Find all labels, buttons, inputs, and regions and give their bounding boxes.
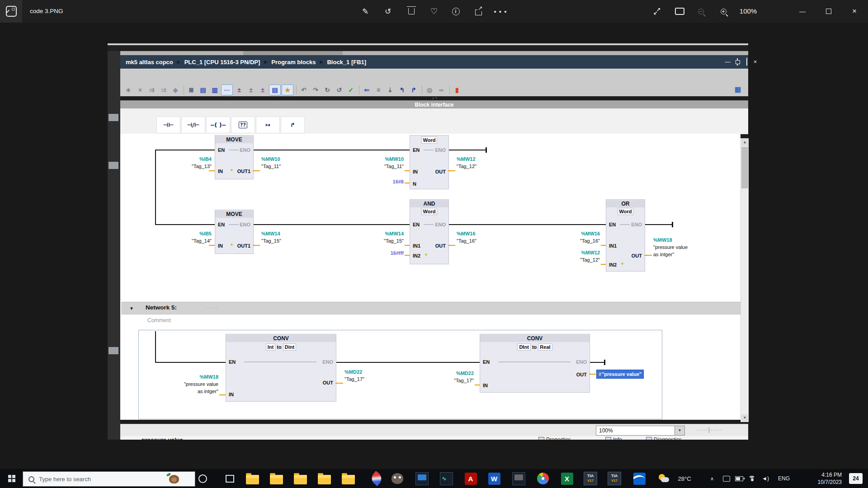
tia-close-button[interactable]: × [751, 58, 759, 66]
lad-favorite-open-branch-icon[interactable]: ↦ [256, 117, 280, 133]
info-button[interactable]: i [445, 0, 466, 23]
operand-tag[interactable]: %MW16"Tag_16" [554, 230, 600, 244]
tia-toolbar-icon[interactable]: ▥ [209, 85, 220, 95]
operand-tag[interactable]: %MW10"Tag_11" [261, 155, 281, 170]
tablet-mode-icon[interactable] [721, 469, 732, 488]
zoom-slider[interactable]: ∙∙∙∙∙|∙∙∙∙∙ [696, 426, 746, 435]
favorite-button[interactable]: ♡ [424, 0, 444, 23]
operand-tag[interactable]: %MD22"Tag_17" [428, 370, 474, 384]
scroll-down-icon[interactable]: ▼ [741, 414, 748, 422]
tia-toolbar-icon[interactable]: ± [257, 85, 268, 95]
block-interface-bar[interactable]: Block interface [120, 100, 748, 109]
taskbar-app-scope[interactable] [414, 469, 429, 488]
constant-operand[interactable]: 16#fff [367, 249, 404, 257]
operand-tag[interactable]: %MW10"Tag_11" [358, 155, 404, 170]
operand-tag[interactable]: %MW14"Tag_15" [358, 230, 404, 244]
operand-tag[interactable]: %MW18 "pressure value as intger" [653, 236, 688, 258]
fbd-block-conv[interactable]: CONV DInt to Real EN ENO OUT IN [480, 334, 590, 393]
fbd-block-move[interactable]: MOVE EN ENO IN * OUT1 [215, 210, 254, 254]
task-view-button[interactable] [222, 469, 237, 488]
taskbar-app-word[interactable]: W [486, 469, 502, 488]
cortana-button[interactable] [195, 469, 210, 488]
taskbar-app-excel[interactable]: X [559, 469, 575, 488]
taskbar-app-tia-v17[interactable]: TIAV17 [607, 469, 622, 488]
taskbar-app-folder[interactable] [245, 469, 260, 488]
taskbar-app-chrome[interactable] [535, 469, 551, 488]
conversion-type-select[interactable]: Int to Dint [226, 343, 336, 351]
taskbar-app-gimp[interactable] [390, 469, 405, 488]
tia-toolbar-icon[interactable]: ∗ [123, 85, 134, 95]
lad-favorite-contact-no-icon[interactable]: ⊣⊢ [156, 117, 180, 133]
tia-toolbar-icon[interactable]: ▮ [452, 85, 462, 95]
operand-tag[interactable]: %MW18 "pressure value as intger" [172, 373, 218, 395]
more-button[interactable]: • • • [490, 0, 511, 23]
selected-operand[interactable]: #"pressure value" [596, 370, 644, 379]
operand-tag[interactable]: %IB5"Tag_14" [165, 230, 212, 244]
operand-tag[interactable]: %MW16"Tag_16" [457, 230, 476, 244]
tia-toolbar-icon[interactable]: ≡ [373, 85, 384, 95]
tab-properties[interactable]: Properties [546, 436, 571, 440]
taskbar-app-feather[interactable] [369, 469, 384, 488]
fbd-block-move[interactable]: MOVE EN ENO IN * OUT1 [215, 135, 254, 179]
tia-toolbar-icon[interactable]: ⇣ [385, 85, 396, 95]
minimize-button[interactable]: — [792, 0, 813, 23]
tia-toolbar-icon[interactable]: ✓ [345, 85, 356, 95]
taskbar-app-folder[interactable] [269, 469, 284, 488]
language-indicator[interactable]: ENG [775, 469, 793, 488]
tia-toolbar-icon[interactable]: ↰ [396, 85, 407, 95]
tia-toolbar-icon[interactable]: ± [245, 85, 256, 95]
lad-editor-canvas[interactable]: MOVE EN ENO IN * OUT1 %IB4"Tag_13" %MW10… [120, 134, 741, 420]
zoom-in-button[interactable]: + [713, 0, 734, 23]
notification-badge[interactable]: 24 [849, 473, 863, 484]
editor-zoom-select[interactable]: 100% [596, 426, 678, 436]
tab-diagnostics[interactable]: Diagnostics [654, 436, 682, 440]
fbd-block-conv[interactable]: CONV Int to Dint EN ENO OUT IN [226, 334, 336, 402]
restore-button[interactable] [818, 0, 839, 23]
tia-toolbar-icon[interactable]: ◎ [424, 85, 435, 95]
tia-toolbar-icon[interactable]: ≣ [186, 85, 197, 95]
fbd-block-word[interactable]: Word EN ENO IN OUT N [410, 135, 449, 189]
block-type-select[interactable]: Word [410, 208, 448, 215]
collapse-arrow-icon[interactable]: ▼ [129, 306, 134, 311]
tia-toolbar-icon[interactable]: ⇉ [146, 85, 157, 95]
tray-chevron-icon[interactable]: ∧ [706, 469, 718, 488]
clock[interactable]: 4:16 PM 10/7/2023 [797, 469, 842, 488]
tia-toolbar-icon[interactable]: × [135, 85, 146, 95]
operand-tag[interactable]: %IB4"Tag_13" [165, 155, 212, 170]
search-input[interactable]: Type here to search [23, 471, 195, 487]
network-comment[interactable]: Comment [147, 317, 171, 324]
operand-tag[interactable]: %MD22"Tag_17" [344, 368, 364, 383]
tab-info[interactable]: Info [613, 436, 622, 440]
tia-toolbar-icon[interactable]: ± [234, 85, 245, 95]
operand-tag[interactable]: %MW12"Tag_12" [554, 249, 600, 263]
split-editor-icon[interactable]: ▦ [732, 84, 743, 94]
scrollbar-thumb[interactable] [741, 147, 748, 188]
edit-image-button[interactable]: ✎ [355, 0, 376, 23]
breadcrumb-block[interactable]: Block_1 [FB1] [327, 59, 366, 66]
weather-widget-icon[interactable] [656, 469, 672, 488]
tia-maximize-button[interactable] [743, 58, 750, 66]
share-button[interactable] [468, 0, 489, 23]
lad-favorite-close-branch-icon[interactable]: ↱ [281, 117, 305, 133]
tia-toolbar-icon[interactable]: ↱ [408, 85, 419, 95]
search-highlight-groundhog-icon[interactable] [166, 474, 182, 484]
taskbar-app-analyzer[interactable] [511, 469, 526, 488]
lad-favorite-contact-nc-icon[interactable]: ⊣/⊢ [181, 117, 205, 133]
breadcrumb-project[interactable]: mk5 altlas copco [126, 59, 173, 66]
pane-splitter-arrows[interactable]: ▴▾ [427, 95, 443, 100]
start-button[interactable] [0, 469, 22, 488]
taskbar-app-wave[interactable]: ∿ [439, 469, 454, 488]
delete-button[interactable] [401, 0, 422, 23]
taskbar-app-folder[interactable] [340, 469, 356, 488]
conversion-type-select[interactable]: DInt to Real [480, 343, 590, 351]
close-button[interactable]: × [844, 0, 865, 23]
volume-icon[interactable]: ◄) [759, 469, 772, 488]
tia-toolbar-icon[interactable]: ↻ [322, 85, 333, 95]
lad-favorite-coil-icon[interactable]: ‒( )‒ [206, 117, 230, 133]
tia-toolbar-icon[interactable]: ⇐ [361, 85, 372, 95]
tia-toolbar-icon[interactable]: ▤ [198, 85, 208, 95]
tia-toolbar-icon[interactable]: ◆ [170, 85, 181, 95]
breadcrumb-program-blocks[interactable]: Program blocks [271, 59, 316, 66]
tia-toolbar-icon[interactable]: ⇉ [158, 85, 169, 95]
fbd-block-and[interactable]: AND Word EN ENO IN1 OUT IN2 * [410, 199, 449, 264]
